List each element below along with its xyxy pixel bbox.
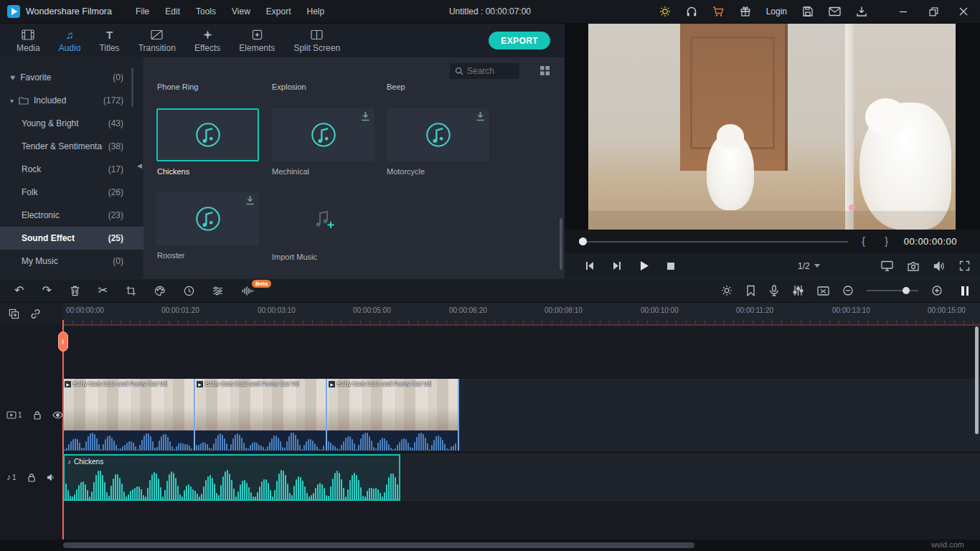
seek-slider[interactable] xyxy=(583,241,848,242)
save-icon[interactable] xyxy=(802,6,814,17)
pause-icon[interactable] xyxy=(961,286,969,296)
close-button[interactable] xyxy=(948,0,979,24)
hscrollbar-thumb[interactable] xyxy=(63,542,694,548)
audio-tile-chickens[interactable] xyxy=(156,108,259,161)
display-device-icon[interactable] xyxy=(881,260,893,271)
timeline-vscrollbar[interactable] xyxy=(975,326,979,434)
adjust-sliders-icon[interactable] xyxy=(212,286,223,296)
undo-icon[interactable]: ↶ xyxy=(14,285,24,296)
content-scrollbar[interactable] xyxy=(560,218,562,270)
minimize-button[interactable] xyxy=(888,0,918,24)
search-input[interactable] xyxy=(467,66,513,76)
mute-speaker-icon[interactable] xyxy=(47,474,56,481)
zoom-slider-handle[interactable] xyxy=(903,287,910,294)
search-box[interactable] xyxy=(450,63,519,79)
audio-item-name[interactable]: Import Music xyxy=(272,253,317,261)
manage-tracks-icon[interactable] xyxy=(9,309,19,319)
video-clip[interactable]: ▶Baby Cats Cute and Funny Cat Vid xyxy=(195,379,327,451)
menu-tools[interactable]: Tools xyxy=(188,0,224,24)
sidebar-item-favorite[interactable]: ♥ Favorite (0) xyxy=(0,66,143,89)
audio-item-name[interactable]: Chickens xyxy=(157,167,189,176)
download-arrow-icon[interactable] xyxy=(361,111,370,121)
timeline-ruler[interactable]: 00:00:00:00 00:00:01:20 00:00:03:10 00:0… xyxy=(63,303,980,324)
download-arrow-icon[interactable] xyxy=(245,195,255,205)
menu-edit[interactable]: Edit xyxy=(157,0,188,24)
import-music-tile[interactable] xyxy=(272,192,374,245)
keyframe-gear-icon[interactable] xyxy=(721,285,732,296)
video-clip-group[interactable]: ▶Baby Cats Cute and Funny Cat Vid ▶Baby … xyxy=(63,379,459,451)
tab-transition[interactable]: Transition xyxy=(129,24,185,57)
speed-clock-icon[interactable] xyxy=(184,286,194,296)
play-button[interactable] xyxy=(639,260,649,271)
audio-item-name[interactable]: Rooster xyxy=(157,251,185,260)
lock-icon[interactable] xyxy=(33,410,42,420)
preview-page-dropdown[interactable]: 1/2 xyxy=(791,253,827,278)
menu-help[interactable]: Help xyxy=(298,0,332,24)
timeline-zoom-slider[interactable] xyxy=(867,290,918,291)
purchase-cart-icon[interactable] xyxy=(712,6,725,17)
audio-tile-motorcycle[interactable] xyxy=(387,108,489,161)
playhead-split-handle[interactable]: ✂ xyxy=(58,331,68,352)
volume-icon[interactable] xyxy=(933,261,945,271)
zoom-out-icon[interactable] xyxy=(843,286,853,296)
sidebar-item-my-music[interactable]: My Music (0) xyxy=(0,250,143,273)
menu-view[interactable]: View xyxy=(224,0,258,24)
download-icon[interactable] xyxy=(856,6,867,17)
stop-button[interactable] xyxy=(666,262,675,270)
split-scissors-icon[interactable]: ✂ xyxy=(98,285,108,296)
next-frame-button[interactable] xyxy=(612,261,622,270)
export-button[interactable]: EXPORT xyxy=(489,32,550,50)
tab-elements[interactable]: Elements xyxy=(230,24,284,57)
playhead[interactable] xyxy=(62,320,64,540)
record-voiceover-icon[interactable] xyxy=(769,285,779,296)
marker-icon[interactable] xyxy=(746,285,755,296)
audio-clip-chickens[interactable]: ♪ Chickens xyxy=(63,454,400,501)
audio-tile-rooster[interactable] xyxy=(156,192,259,245)
color-palette-icon[interactable] xyxy=(154,286,166,296)
sidebar-item-folk[interactable]: Folk (26) xyxy=(0,181,143,204)
mark-out-icon[interactable]: } xyxy=(885,235,888,247)
sidebar-item-tender-sentimental[interactable]: Tender & Sentimenta (38) xyxy=(0,135,143,158)
timeline-hscrollbar[interactable] xyxy=(0,540,980,551)
audio-item-name[interactable]: Beep xyxy=(387,83,405,91)
snapshot-camera-icon[interactable] xyxy=(908,261,919,271)
audio-denoise-icon[interactable]: Beta xyxy=(241,286,254,296)
tab-media[interactable]: Media xyxy=(7,24,50,57)
login-button[interactable]: Login xyxy=(766,6,787,17)
audio-item-name[interactable]: Mechinical xyxy=(272,167,309,176)
track-size-icon[interactable] xyxy=(817,286,829,296)
seek-handle[interactable] xyxy=(579,237,587,245)
audio-item-name[interactable]: Explosion xyxy=(272,83,306,91)
mail-icon[interactable] xyxy=(829,6,841,17)
tab-audio[interactable]: ♫ Audio xyxy=(50,24,90,57)
sidebar-item-young-bright[interactable]: Young & Bright (43) xyxy=(0,112,143,135)
view-mode-grid-icon[interactable] xyxy=(540,65,550,76)
collapse-sidebar-arrow[interactable]: ◀ xyxy=(137,162,142,169)
video-clip[interactable]: ▶Baby Cats Cute and Funny Cat Vid xyxy=(63,379,195,451)
gift-icon[interactable] xyxy=(740,6,751,17)
previous-frame-button[interactable] xyxy=(585,261,595,270)
tab-effects[interactable]: Effects xyxy=(185,24,230,57)
download-arrow-icon[interactable] xyxy=(476,111,485,121)
support-headphones-icon[interactable] xyxy=(686,6,697,17)
menu-export[interactable]: Export xyxy=(258,0,299,24)
audio-item-name[interactable]: Phone Ring xyxy=(157,83,199,91)
eye-icon[interactable] xyxy=(52,411,63,419)
fullscreen-icon[interactable] xyxy=(959,260,970,271)
sidebar-item-included[interactable]: ▾ Included (172) xyxy=(0,89,143,112)
mark-in-icon[interactable]: { xyxy=(862,235,865,247)
audio-tile-mechinical[interactable] xyxy=(272,108,374,161)
crop-icon[interactable] xyxy=(126,286,136,296)
menu-file[interactable]: File xyxy=(128,0,157,24)
tab-split-screen[interactable]: Split Screen xyxy=(284,24,349,57)
restore-button[interactable] xyxy=(918,0,948,24)
lock-icon[interactable] xyxy=(27,473,36,482)
delete-icon[interactable] xyxy=(70,285,80,296)
zoom-in-icon[interactable] xyxy=(932,286,942,296)
sidebar-item-electronic[interactable]: Electronic (23) xyxy=(0,204,143,227)
redo-icon[interactable]: ↷ xyxy=(42,285,51,296)
sidebar-scrollbar[interactable] xyxy=(131,67,133,107)
sidebar-item-sound-effect[interactable]: Sound Effect (25) xyxy=(0,227,143,250)
tab-titles[interactable]: T Titles xyxy=(90,24,128,57)
sidebar-item-rock[interactable]: Rock (17) xyxy=(0,158,143,181)
